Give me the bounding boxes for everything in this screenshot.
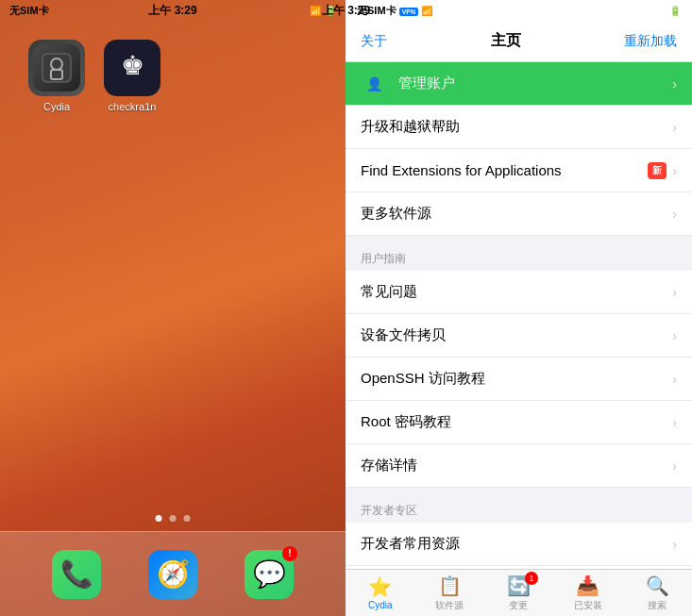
find-extensions-text: Find Extensions for Applications [361, 162, 648, 178]
section-user-guide: 用户指南 [346, 243, 692, 271]
messages-icon: 💬 [253, 558, 286, 590]
right-time: 上午 3:29 [322, 3, 370, 19]
tab-cydia[interactable]: ⭐ Cydia [346, 575, 414, 610]
page-dots [156, 515, 191, 522]
chevron-dev-resources: › [672, 537, 677, 552]
chevron-storage: › [672, 458, 677, 474]
menu-item-dev-resources[interactable]: 开发者常用资源 › [346, 523, 692, 566]
phone-dock-icon[interactable]: 📞 [52, 550, 101, 599]
right-carrier: 无SIM卡 VPN 📶 [357, 4, 669, 18]
storage-text: 存储详情 [361, 457, 672, 474]
tab-search-icon: 🔍 [646, 574, 669, 597]
dot-2 [170, 515, 177, 522]
messages-dock-icon[interactable]: 💬 ! [245, 550, 294, 599]
menu-item-openssh[interactable]: OpenSSH 访问教程 › [346, 358, 692, 401]
vpn-badge: VPN [399, 8, 418, 16]
tab-software-label: 软件源 [435, 599, 464, 612]
right-status-bar: 无SIM卡 VPN 📶 上午 3:29 🔋 [346, 0, 692, 21]
phone-icon: 📞 [60, 558, 93, 590]
cydia-label: Cydia [43, 101, 70, 112]
dock: 📞 🧭 💬 ! [0, 531, 346, 616]
tab-installed[interactable]: 📥 已安装 [553, 574, 622, 612]
file-backup-text: 设备文件拷贝 [361, 326, 672, 344]
nav-title: 主页 [491, 31, 521, 51]
tab-installed-icon: 📥 [576, 574, 599, 597]
tab-software-icon: 📋 [438, 574, 462, 597]
chevron-icon-2: › [672, 163, 677, 178]
tab-changes[interactable]: 🔄 1 变更 [484, 574, 553, 612]
checkra1n-icon: ♚ [104, 40, 160, 96]
cydia-icon [28, 40, 85, 96]
root-password-text: Root 密码教程 [361, 413, 672, 431]
menu-item-file-backup[interactable]: 设备文件拷贝 › [346, 314, 692, 358]
tab-cydia-label: Cydia [368, 600, 393, 610]
menu-item-faq[interactable]: 常见问题 › [346, 271, 692, 314]
changes-badge: 1 [525, 572, 538, 585]
tab-software[interactable]: 📋 软件源 [414, 574, 483, 612]
upgrade-help-text: 升级和越狱帮助 [361, 118, 672, 136]
menu-list: 👤 管理账户 › 升级和越狱帮助 › Find Extensions for A… [346, 62, 692, 569]
safari-icon: 🧭 [157, 558, 190, 590]
menu-item-storage[interactable]: 存储详情 › [346, 444, 692, 488]
nav-reload-button[interactable]: 重新加载 [624, 33, 677, 50]
dev-resources-text: 开发者常用资源 [361, 535, 672, 553]
left-time: 上午 3:29 [148, 3, 196, 19]
menu-item-more-sources[interactable]: 更多软件源 › [346, 192, 692, 236]
chevron-icon-3: › [672, 207, 677, 222]
person-icon: 👤 [366, 76, 382, 92]
svg-text:♚: ♚ [121, 51, 144, 80]
faq-text: 常见问题 [361, 283, 672, 301]
chevron-faq: › [672, 285, 677, 300]
safari-dock-icon[interactable]: 🧭 [148, 550, 197, 599]
tab-bar: ⭐ Cydia 📋 软件源 🔄 1 变更 📥 已安装 🔍 搜索 [346, 569, 692, 616]
nav-bar: 关于 主页 重新加载 [346, 21, 692, 62]
menu-item-upgrade-help[interactable]: 升级和越狱帮助 › [346, 106, 692, 149]
dot-1 [156, 515, 162, 522]
more-sources-text: 更多软件源 [361, 205, 672, 223]
left-panel: 无SIM卡 上午 3:29 📶 🔋 Cydia [0, 0, 346, 616]
menu-item-find-extensions[interactable]: Find Extensions for Applications 新 › [346, 149, 692, 192]
left-status-bar: 无SIM卡 上午 3:29 📶 🔋 [0, 0, 346, 21]
menu-item-root-password[interactable]: Root 密码教程 › [346, 401, 692, 444]
tab-installed-label: 已安装 [574, 599, 602, 612]
dot-3 [184, 515, 191, 522]
tab-changes-icon: 🔄 1 [507, 574, 531, 597]
manage-account-text: 管理账户 [398, 75, 672, 92]
account-icon: 👤 [361, 71, 387, 97]
openssh-text: OpenSSH 访问教程 [361, 370, 672, 388]
app-grid: Cydia ♚ checkra1n [0, 21, 346, 131]
menu-item-acknowledgements[interactable]: 致谢 / 感谢 › [346, 566, 692, 569]
nav-back-button[interactable]: 关于 [361, 33, 387, 50]
new-badge: 新 [648, 162, 667, 179]
tab-cydia-icon: ⭐ [368, 575, 392, 598]
cydia-inner-icon [33, 44, 80, 92]
menu-item-manage-account[interactable]: 👤 管理账户 › [346, 62, 692, 106]
chevron-root-password: › [672, 415, 677, 430]
app-cydia[interactable]: Cydia [28, 40, 85, 112]
checkra1n-inner-icon: ♚ [111, 44, 153, 92]
section-developer: 开发者专区 [346, 495, 692, 523]
chevron-icon-1: › [672, 120, 677, 135]
chevron-openssh: › [672, 372, 677, 387]
checkra1n-label: checkra1n [109, 101, 157, 112]
chevron-icon-0: › [672, 76, 677, 92]
right-panel: 无SIM卡 VPN 📶 上午 3:29 🔋 关于 主页 重新加载 👤 管理账户 … [346, 0, 692, 616]
right-battery: 🔋 [669, 6, 681, 16]
right-wifi-icon: 📶 [421, 6, 432, 16]
messages-badge: ! [282, 546, 297, 561]
wifi-icon: 📶 [310, 6, 321, 16]
tab-search[interactable]: 🔍 搜索 [623, 574, 692, 612]
tab-changes-label: 变更 [509, 599, 528, 612]
tab-search-label: 搜索 [648, 599, 667, 612]
chevron-file-backup: › [672, 328, 677, 343]
app-checkra1n[interactable]: ♚ checkra1n [104, 40, 160, 112]
